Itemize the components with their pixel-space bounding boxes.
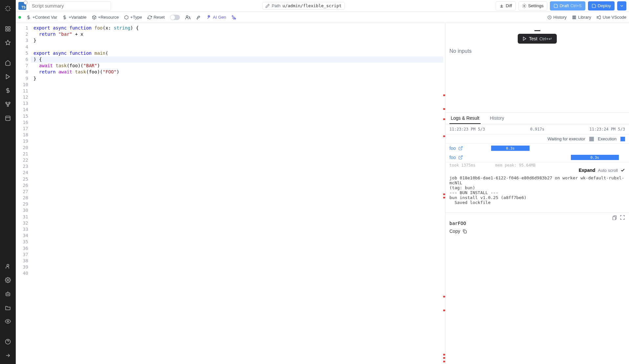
gear-icon (522, 4, 527, 8)
svg-rect-24 (573, 16, 573, 19)
history-button[interactable]: History (547, 15, 567, 20)
maximize-icon[interactable] (620, 215, 625, 220)
star-icon[interactable] (3, 37, 13, 48)
status-dot-icon (18, 16, 21, 19)
legend-execution-label: Execution (598, 136, 617, 141)
tab-history[interactable]: History (488, 113, 506, 124)
clipboard-icon[interactable] (612, 215, 617, 220)
eye-icon[interactable] (3, 316, 13, 327)
svg-rect-31 (464, 231, 466, 233)
task-bar: 0.3s (571, 155, 619, 160)
legend-swatch-gray (589, 137, 594, 141)
svg-point-7 (9, 102, 10, 104)
external-link-icon[interactable] (458, 146, 463, 151)
bot-icon[interactable] (3, 289, 13, 299)
play-icon (522, 36, 527, 41)
script-summary-input[interactable] (29, 1, 111, 10)
use-vscode-button[interactable]: Use VScode (596, 15, 626, 20)
wand-icon (206, 15, 211, 20)
copy-button[interactable]: Copy (449, 229, 625, 234)
run-area: Test Ctrl+↵ No inputs (445, 23, 629, 113)
grid-icon[interactable] (3, 24, 13, 34)
svg-marker-22 (125, 15, 128, 19)
resource-button[interactable]: +Resource (92, 15, 119, 20)
svg-point-23 (186, 15, 188, 17)
deploy-dropdown-button[interactable] (617, 1, 626, 10)
refresh-icon (147, 15, 152, 20)
svg-rect-2 (6, 30, 7, 31)
svg-marker-5 (6, 74, 10, 79)
svg-rect-13 (6, 293, 10, 296)
sparkles-icon-button[interactable] (231, 15, 237, 20)
user-icon[interactable] (3, 261, 13, 272)
library-button[interactable]: Library (572, 15, 591, 20)
code-editor[interactable]: 1234567891011121314151617181920212223242… (16, 23, 445, 364)
expand-row: Expand Auto scroll (445, 168, 629, 174)
path-group[interactable]: Path u/admin/flexible_script (262, 2, 345, 10)
draft-button[interactable]: Draft Ctrl+S (550, 1, 585, 10)
reset-button[interactable]: Reset (147, 15, 165, 20)
test-button[interactable]: Test Ctrl+↵ (518, 34, 557, 44)
duration: 0.917s (530, 127, 544, 131)
type-button[interactable]: +Type (124, 15, 142, 20)
legend-row: Waiting for executor Execution (445, 134, 629, 144)
expand-button[interactable]: Expand (579, 168, 596, 173)
task-link[interactable]: foo (449, 146, 456, 151)
task-bar: 0.3s (491, 146, 530, 151)
svg-rect-0 (6, 27, 7, 28)
users-icon-button[interactable] (185, 15, 190, 20)
task-row: foo 0.3s (445, 144, 629, 153)
tree-icon[interactable] (3, 99, 13, 110)
svg-rect-30 (613, 216, 616, 220)
deploy-button[interactable]: Deploy (588, 1, 615, 10)
result-value: barFOO (449, 221, 625, 226)
copy-icon (462, 229, 467, 233)
diff-button[interactable]: Diff (496, 1, 515, 10)
task-link[interactable]: foo (449, 155, 456, 160)
app-logo-icon[interactable] (3, 3, 13, 14)
calendar-icon[interactable] (3, 113, 13, 123)
svg-marker-28 (523, 37, 526, 41)
code-body[interactable]: export async function foo(x: string) { r… (31, 23, 443, 364)
task-row: foo 0.3s (445, 153, 629, 162)
external-link-icon[interactable] (458, 155, 463, 160)
brush-icon (196, 15, 201, 20)
gear-icon[interactable] (3, 275, 13, 285)
save-icon (553, 4, 558, 8)
history-icon (547, 15, 552, 20)
drag-handle-icon[interactable] (534, 30, 540, 31)
timestamps-row: 11:23:23 PM 5/3 0.917s 11:23:24 PM 5/3 (445, 124, 629, 134)
variable-button[interactable]: +Variable (62, 15, 86, 20)
ai-gen-button[interactable]: AI Gen (206, 15, 226, 20)
right-pane: Test Ctrl+↵ No inputs Logs & Result Hist… (445, 23, 629, 364)
toolbar-toggle[interactable] (170, 15, 180, 20)
tab-logs-result[interactable]: Logs & Result (449, 113, 481, 124)
start-timestamp: 11:23:23 PM 5/3 (449, 127, 485, 131)
dollar-icon[interactable] (3, 85, 13, 96)
users-icon (185, 15, 190, 20)
result-area: barFOO Copy (445, 213, 629, 364)
svg-point-8 (7, 105, 9, 107)
help-icon[interactable] (3, 336, 13, 347)
collapse-icon[interactable] (3, 350, 13, 361)
home-icon[interactable] (3, 58, 13, 68)
legend-swatch-blue (620, 137, 625, 141)
diff-icon (499, 4, 504, 8)
log-output[interactable]: job 018e10b6-dae1-6122-f046-e80d6d983b27… (445, 174, 629, 213)
play-icon[interactable] (3, 71, 13, 82)
dollar-icon (62, 15, 67, 20)
header-row: TS Path u/admin/flexible_script Diff Set… (16, 0, 629, 12)
save-icon (592, 4, 596, 8)
hexagon-icon (124, 15, 129, 20)
context-var-button[interactable]: +Context Var (26, 15, 57, 20)
svg-point-6 (6, 102, 7, 104)
end-timestamp: 11:23:24 PM 5/3 (590, 127, 625, 131)
folder-icon[interactable] (3, 302, 13, 313)
brush-icon-button[interactable] (196, 15, 201, 20)
check-icon[interactable] (620, 168, 625, 172)
autoscroll-label: Auto scroll (598, 168, 618, 173)
svg-rect-26 (575, 16, 575, 19)
gutter: 1234567891011121314151617181920212223242… (16, 23, 31, 364)
settings-button[interactable]: Settings (518, 1, 547, 10)
library-icon (572, 15, 576, 20)
